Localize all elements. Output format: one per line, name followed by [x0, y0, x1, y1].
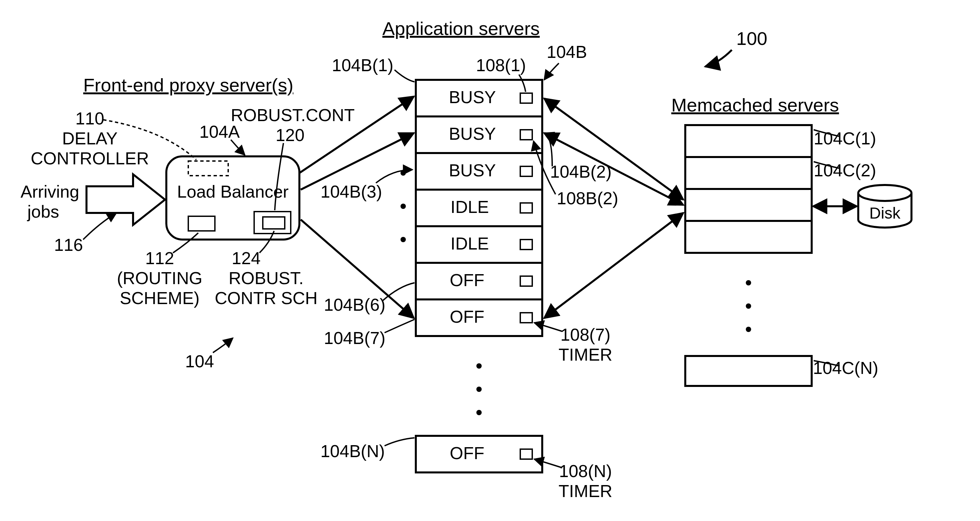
- svg-point-12: [476, 410, 482, 415]
- app-server-state-3: BUSY: [449, 161, 496, 180]
- label-112-line1: (ROUTING: [117, 268, 202, 288]
- timer-box-6: [520, 276, 532, 286]
- delay-controller-box: [188, 161, 228, 176]
- label-104c-1: 104C(1): [814, 129, 876, 148]
- timer-box-5: [520, 239, 532, 250]
- app-server-state-1: BUSY: [449, 88, 496, 107]
- ellipsis-below-stack: [476, 363, 482, 415]
- svg-point-28: [858, 185, 912, 201]
- label-110-controller: CONTROLLER: [30, 149, 149, 168]
- load-balancer-text: Load Balancer: [177, 182, 288, 201]
- label-108b-2: 108B(2): [557, 189, 619, 208]
- svg-point-23: [746, 303, 751, 309]
- label-124-num: 124: [232, 249, 261, 268]
- timer-box-1: [520, 93, 532, 103]
- label-104b-1: 104B(1): [332, 56, 393, 75]
- label-108-1: 108(1): [476, 56, 526, 75]
- arriving-line1: Arriving: [21, 182, 79, 201]
- timer-box-7: [520, 313, 532, 323]
- label-108-n-timer: TIMER: [558, 481, 612, 501]
- heading-front-end-proxy: Front-end proxy server(s): [83, 75, 293, 96]
- svg-point-10: [476, 363, 482, 369]
- app-server-state-7: OFF: [450, 307, 484, 327]
- memcached-stack: [685, 125, 812, 253]
- app-server-n: OFF: [416, 436, 542, 472]
- svg-point-8: [401, 204, 406, 209]
- label-104b-6: 104B(6): [324, 295, 385, 314]
- arriving-line2: jobs: [27, 202, 59, 221]
- label-108-n-num: 108(N): [559, 462, 612, 481]
- label-robust-cont: ROBUST.CONT: [231, 105, 355, 125]
- disk-label: Disk: [869, 204, 900, 222]
- svg-point-22: [746, 280, 751, 285]
- label-108-7: 108(7) TIMER: [534, 323, 612, 364]
- app-server-state-2: BUSY: [449, 124, 496, 143]
- label-112-num: 112: [145, 249, 174, 268]
- label-116: 116: [54, 235, 83, 255]
- diagram-svg: 100 Application servers Front-end proxy …: [0, 0, 980, 521]
- label-124-line1: ROBUST.: [229, 268, 303, 288]
- label-104b-7: 104B(7): [324, 328, 385, 348]
- timer-box-3: [520, 166, 532, 176]
- lb-to-app-arrows: [299, 97, 414, 318]
- app-server-state-5: IDLE: [450, 234, 489, 253]
- label-108-n: 108(N) TIMER: [534, 459, 612, 501]
- svg-line-25: [544, 99, 683, 200]
- label-108-7-timer: TIMER: [558, 345, 612, 364]
- ellipsis-below-memcached: [746, 280, 751, 332]
- disk-cylinder: Disk: [858, 185, 912, 228]
- app-server-state-4: IDLE: [450, 197, 489, 217]
- label-124-line2: CONTR SCH: [215, 288, 317, 308]
- app-server-state-6: OFF: [450, 271, 484, 290]
- block-arrow-icon: [86, 174, 165, 225]
- routing-scheme-box: [188, 216, 215, 231]
- refnum-100: 100: [705, 28, 767, 67]
- label-104a: 104A: [199, 122, 240, 142]
- svg-point-9: [401, 237, 406, 242]
- label-108-7-num: 108(7): [560, 325, 611, 344]
- label-104: 104: [185, 352, 214, 371]
- ellipsis-left-of-stack: [401, 170, 406, 242]
- label-104c-n: 104C(N): [813, 358, 878, 378]
- app-to-memcached-arrows: [544, 99, 683, 318]
- label-110-num: 110: [75, 109, 105, 128]
- label-110-delay: DELAY: [62, 129, 118, 148]
- label-112-line2: SCHEME): [120, 288, 200, 308]
- robust-contr-sch-box: [263, 217, 285, 229]
- heading-application-servers: Application servers: [382, 18, 539, 39]
- label-104b-n: 104B(N): [320, 441, 385, 461]
- svg-point-11: [476, 387, 482, 392]
- label-120: 120: [276, 126, 305, 145]
- svg-line-27: [544, 213, 683, 318]
- timer-box-2: [520, 130, 532, 140]
- refnum-100-text: 100: [736, 28, 767, 49]
- app-server-stack: BUSY BUSY BUSY IDLE IDLE OFF OFF: [416, 80, 542, 336]
- timer-box-n: [520, 449, 532, 459]
- label-104b-2: 104B(2): [550, 162, 612, 181]
- label-104b-3: 104B(3): [321, 182, 382, 201]
- svg-point-24: [746, 327, 751, 332]
- memcached-n: [685, 356, 812, 386]
- label-112: 112 (ROUTING SCHEME): [117, 233, 202, 308]
- label-104c-2: 104C(2): [814, 161, 876, 180]
- label-124: 124 ROBUST. CONTR SCH: [215, 231, 317, 308]
- label-110: 110 DELAY CONTROLLER: [30, 109, 196, 168]
- label-104b: 104B: [547, 42, 587, 62]
- heading-memcached-servers: Memcached servers: [671, 94, 839, 115]
- timer-box-4: [520, 203, 532, 213]
- app-server-state-n: OFF: [450, 443, 484, 463]
- arriving-jobs-arrow: Arriving jobs: [21, 174, 165, 225]
